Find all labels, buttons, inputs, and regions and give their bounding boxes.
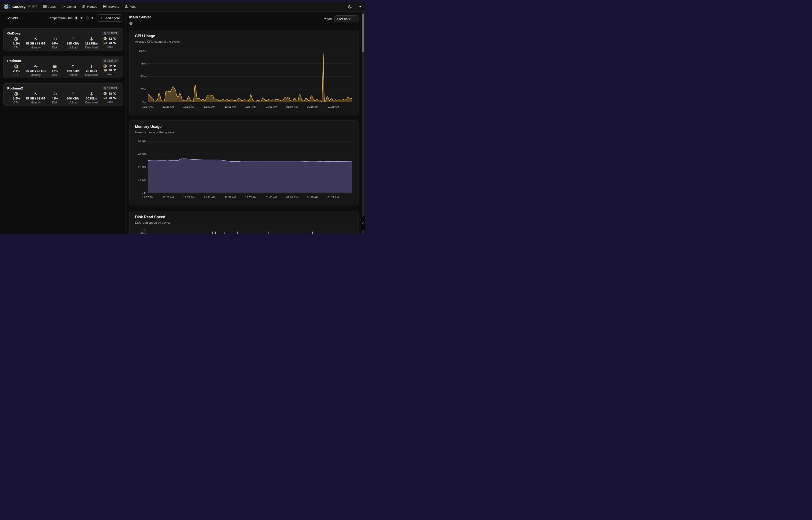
- svg-text:12:41 AM: 12:41 AM: [204, 105, 215, 108]
- server-icon: [103, 5, 107, 8]
- svg-text:01:03 AM: 01:03 AM: [265, 196, 277, 199]
- logout-icon: [357, 5, 361, 9]
- stat-disk: 41% Disk: [46, 92, 64, 104]
- svg-text:01:21 AM: 01:21 AM: [328, 105, 339, 108]
- nav-item-apps[interactable]: Apps: [43, 5, 56, 8]
- temp-row: 38 °C: [103, 41, 116, 45]
- sidebar-title: Servers: [6, 16, 18, 20]
- sidebar-collapse-tab[interactable]: [361, 216, 365, 230]
- server-timestamp-badge: @ 16:16:24: [102, 86, 119, 90]
- stat-download: 232 KB/s Download: [82, 36, 101, 49]
- stat-memory: 35 GB / 63 GB Memory: [26, 64, 46, 77]
- temp-row: 32 °C: [103, 37, 116, 40]
- svg-text:0 B: 0 B: [142, 191, 146, 194]
- svg-text:12:57 AM: 12:57 AM: [245, 105, 256, 108]
- server-card-godoxy[interactable]: GoDoxy @ 16:16:24 2.2% CPU 35 GB / 63 GB…: [3, 28, 123, 51]
- vertical-scrollbar[interactable]: [362, 11, 365, 234]
- stat-temp: 38 °C 38 °C Temp: [101, 92, 119, 104]
- svg-text:28 GB: 28 GB: [138, 166, 146, 168]
- arrow-down-icon: [89, 64, 93, 69]
- chart-title: CPU Usage: [135, 34, 353, 38]
- period-dropdown[interactable]: Last hour: [334, 16, 359, 22]
- code-icon: [61, 5, 65, 8]
- hard-drive-icon: [103, 41, 107, 45]
- temp-unit-fahrenheit-radio[interactable]: °F: [86, 16, 94, 20]
- svg-text:56 GB: 56 GB: [138, 140, 146, 143]
- chart-subtitle: Disk read speed by device: [135, 221, 353, 224]
- globe-icon[interactable]: [129, 21, 133, 25]
- nav-item-servers[interactable]: Servers: [103, 5, 119, 8]
- godoxy-logo: [4, 3, 10, 10]
- chart-card-cpu: CPU UsageAverage CPU usage of the system…: [129, 30, 359, 115]
- cpu-icon: [103, 92, 107, 95]
- nav-item-wiki[interactable]: Wiki: [125, 5, 136, 8]
- temperature-unit-label: Temperature Unit: [48, 16, 73, 20]
- arrow-down-icon: [89, 36, 93, 41]
- charts-list: CPU UsageAverage CPU usage of the system…: [129, 30, 359, 234]
- book-open-icon: [125, 5, 129, 8]
- stat-disk: 47% Disk: [46, 64, 64, 77]
- hard-drive-icon: [53, 36, 57, 41]
- stat-cpu: 2.1% CPU: [7, 64, 26, 77]
- temp-row: 38 °C: [103, 69, 116, 72]
- stat-upload: 129 KB/s Upload: [64, 64, 82, 77]
- version-label: v0.18.0: [27, 5, 37, 8]
- cpu-icon: [103, 37, 107, 40]
- cpu-icon: [14, 64, 19, 69]
- activity-icon: [33, 92, 38, 96]
- activity-icon: [33, 36, 38, 41]
- sidebar-header: Servers Temperature Unit °C °F Add agent: [3, 15, 123, 21]
- navbar: GoDoxy v0.18.0 AppsConfigRoutesServersWi…: [0, 2, 365, 11]
- svg-text:12:17 AM: 12:17 AM: [142, 105, 153, 108]
- add-agent-button[interactable]: Add agent: [97, 15, 123, 22]
- navbar-actions: [348, 5, 361, 9]
- scrollbar-thumb[interactable]: [362, 14, 364, 52]
- svg-text:12:51 AM: 12:51 AM: [225, 105, 236, 108]
- svg-text:25%: 25%: [140, 88, 146, 90]
- servers-sidebar: Servers Temperature Unit °C °F Add agent: [0, 11, 126, 233]
- chart-subtitle: Memory usage of the system: [135, 130, 353, 134]
- svg-text:12:35 AM: 12:35 AM: [183, 105, 195, 108]
- temperature-unit-group: Temperature Unit °C °F: [48, 16, 94, 20]
- activity-icon: [33, 64, 38, 69]
- server-card-list: GoDoxy @ 16:16:24 2.2% CPU 35 GB / 63 GB…: [3, 28, 123, 106]
- server-name: Podman2: [7, 86, 23, 90]
- server-card-podman[interactable]: Podman @ 16:16:24 2.1% CPU 35 GB / 63 GB…: [3, 56, 123, 78]
- stat-temp: 32 °C 38 °C Temp: [101, 36, 119, 49]
- stat-memory: 35 GB / 63 GB Memory: [26, 36, 46, 49]
- svg-text:01:15 AM: 01:15 AM: [307, 105, 318, 108]
- nav-item-routes[interactable]: Routes: [82, 5, 97, 8]
- stat-disk: 16% Disk: [46, 36, 64, 49]
- hard-drive-icon: [103, 96, 107, 100]
- chart-card-memory: Memory UsageMemory usage of the system56…: [129, 121, 359, 205]
- theme-toggle-button[interactable]: [348, 5, 352, 9]
- stat-temp: 32 °C 38 °C Temp: [101, 64, 119, 77]
- svg-text:01:21 AM: 01:21 AM: [328, 196, 339, 199]
- chevron-left-icon: [362, 222, 365, 225]
- svg-text:100%: 100%: [139, 49, 146, 52]
- svg-text:12:41 AM: 12:41 AM: [204, 196, 215, 199]
- page-title: Main Server: [129, 15, 151, 20]
- nav-item-config[interactable]: Config: [61, 5, 76, 8]
- svg-text:0%: 0%: [142, 101, 146, 103]
- hard-drive-icon: [53, 64, 57, 69]
- main-panel: Main Server Period Last hour CPU UsageAv…: [126, 11, 365, 233]
- svg-text:01:03 AM: 01:03 AM: [265, 105, 277, 108]
- cpu-icon: [14, 36, 19, 41]
- radio-unselected-icon: [86, 16, 89, 20]
- arrow-up-icon: [71, 64, 75, 69]
- arrow-up-icon: [71, 36, 75, 41]
- main-header: Main Server Period Last hour: [129, 15, 359, 26]
- svg-text:1/2: 1/2: [142, 229, 146, 232]
- logout-button[interactable]: [357, 5, 361, 9]
- brand-title: GoDoxy: [12, 5, 25, 9]
- svg-text:MB/s: MB/s: [140, 232, 146, 234]
- chart-card-disk: Disk Read SpeedDisk read speed by device…: [129, 211, 359, 234]
- temp-unit-celsius-radio[interactable]: °C: [75, 16, 83, 20]
- stat-upload: 106 KB/s Upload: [64, 92, 82, 104]
- stat-download: 30 KB/s Download: [82, 92, 101, 104]
- moon-icon: [348, 5, 352, 9]
- temp-row: 38 °C: [103, 96, 116, 100]
- server-card-podman2[interactable]: Podman2 @ 16:16:24 2.5% CPU 35 GB / 63 G…: [3, 83, 123, 106]
- svg-text:50%: 50%: [140, 75, 146, 78]
